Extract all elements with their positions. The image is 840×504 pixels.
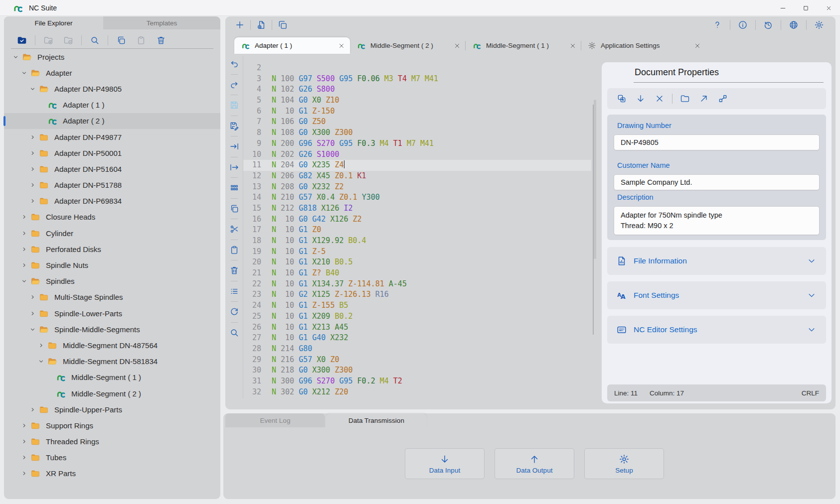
link-button[interactable] <box>713 92 732 106</box>
chevron-down-icon[interactable] <box>18 277 29 286</box>
code-line[interactable]: 14N 210 G57 X0.4 Z0.1 Y300 <box>243 192 591 203</box>
code-line[interactable]: 23N 10 G2 X125 Z-126.13 R16 <box>243 289 591 300</box>
code-line[interactable]: 11N 204 G0 X235 Z4 <box>243 160 591 171</box>
tree-item[interactable]: Support Rings <box>4 417 220 433</box>
delete-button[interactable] <box>151 33 171 47</box>
chevron-down-icon[interactable] <box>10 52 21 61</box>
open-document-button[interactable] <box>254 18 269 32</box>
editor-tab-adapter-1[interactable]: Adapter ( 1 ) <box>234 37 350 54</box>
tree-item[interactable]: Adapter DN-P51788 <box>4 177 220 193</box>
chevron-right-icon[interactable] <box>18 229 29 238</box>
tree-item[interactable]: Spindle-Middle-Segments <box>4 321 220 337</box>
code-line[interactable]: 28N 214 G80 <box>243 344 591 355</box>
redo-button[interactable] <box>229 79 240 90</box>
tree-item[interactable]: Spindle-Lower-Parts <box>4 305 220 321</box>
tree-item[interactable]: Cylinder <box>4 225 220 241</box>
apply-properties-button[interactable] <box>612 92 631 106</box>
save-as-button[interactable] <box>229 121 240 131</box>
tree-item[interactable]: Closure Heads <box>4 209 220 225</box>
jump-line-start-button[interactable] <box>229 162 240 173</box>
tree-item[interactable]: Middle-Segment ( 1 ) <box>4 370 220 385</box>
editor-scrollbar[interactable] <box>594 100 596 259</box>
tree-item[interactable]: Perforated Disks <box>4 241 220 257</box>
chevron-right-icon[interactable] <box>18 213 29 222</box>
save-all-button[interactable] <box>275 18 290 32</box>
code-line[interactable]: 3N 100 G97 S500 G95 F0.06 M3 T4 M7 M41 <box>243 74 591 85</box>
copy-button[interactable] <box>111 33 131 47</box>
chevron-down-icon[interactable] <box>35 357 46 366</box>
chevron-down-icon[interactable] <box>18 68 29 77</box>
code-line[interactable]: 12N 206 G82 X45 Z0.1 K1 <box>243 171 591 182</box>
code-line[interactable]: 22N 10 G1 X134.37 Z-114.81 A-45 <box>243 279 591 290</box>
close-icon[interactable] <box>338 42 345 49</box>
paste-button[interactable] <box>131 33 151 47</box>
code-line[interactable]: 26N 10 G1 X213 A45 <box>243 322 591 333</box>
history-button[interactable] <box>759 18 778 32</box>
chevron-right-icon[interactable] <box>18 245 29 253</box>
close-button[interactable] <box>817 0 840 16</box>
data-output-button[interactable]: Data Output <box>495 448 574 479</box>
export-button[interactable] <box>694 92 713 106</box>
code-line[interactable]: 19N 10 G1 Z-5 <box>243 247 591 257</box>
chevron-right-icon[interactable] <box>18 421 29 430</box>
clear-properties-button[interactable] <box>650 92 669 106</box>
tree-item[interactable]: Spindles <box>4 273 220 289</box>
section-file-information[interactable]: File Information <box>607 247 826 275</box>
editor-tab-middle-segment-1[interactable]: Middle-Segment ( 1 ) <box>466 37 581 54</box>
code-line[interactable]: 2 <box>243 63 591 74</box>
tree-item[interactable]: Adapter DN-P69834 <box>4 193 220 209</box>
open-folder-button[interactable] <box>675 92 694 106</box>
nc-code-editor[interactable]: 23N 100 G97 S500 G95 F0.06 M3 T4 M7 M414… <box>243 63 591 397</box>
code-line[interactable]: 21N 10 G1 Z? B40 <box>243 268 591 279</box>
tree-item[interactable]: Middle-Segment DN-487564 <box>4 337 220 353</box>
editor-tab-application-settings[interactable]: Application Settings <box>581 37 706 54</box>
description-field[interactable]: Adapter for 750Nm spindle type Thread: M… <box>614 206 820 235</box>
globe-button[interactable] <box>784 18 803 32</box>
tree-item[interactable]: Spindle Nuts <box>4 257 220 273</box>
undo-button[interactable] <box>229 58 240 69</box>
tab-data-transmission[interactable]: Data Transmission <box>326 413 427 427</box>
maximize-button[interactable] <box>794 0 817 16</box>
customer-name-field[interactable]: Sample Company Ltd. <box>614 174 820 190</box>
code-line[interactable]: 6N 10 G1 Z-150 <box>243 106 591 117</box>
chevron-right-icon[interactable] <box>27 405 38 414</box>
tree-item[interactable]: Middle-Segment ( 2 ) <box>4 385 220 401</box>
section-nc-editor-settings[interactable]: NC Editor Settings <box>607 316 826 344</box>
tab-event-log[interactable]: Event Log <box>225 413 325 427</box>
settings-button[interactable] <box>810 18 829 32</box>
code-line[interactable]: 31N 300 G96 S270 G95 F0.2 M4 T2 <box>243 376 591 387</box>
tree-item[interactable]: Spindle-Upper-Parts <box>4 401 220 417</box>
close-icon[interactable] <box>569 42 576 49</box>
delete-button[interactable] <box>229 265 240 276</box>
refresh-button[interactable] <box>229 306 240 317</box>
close-icon[interactable] <box>454 42 461 49</box>
code-line[interactable]: 9N 200 G96 S270 G95 F0.3 M4 T1 M7 M41 <box>243 138 591 149</box>
code-line[interactable]: 20N 10 G1 X210 B0.5 <box>243 257 591 268</box>
search-button[interactable] <box>85 33 105 47</box>
chevron-right-icon[interactable] <box>27 132 38 141</box>
chevron-right-icon[interactable] <box>27 164 38 173</box>
renumber-blocks-button[interactable] <box>229 182 240 193</box>
chevron-right-icon[interactable] <box>35 341 46 350</box>
save-button[interactable] <box>229 100 240 111</box>
chevron-down-icon[interactable] <box>27 325 38 334</box>
chevron-right-icon[interactable] <box>18 453 29 462</box>
search-button[interactable] <box>229 327 240 338</box>
chevron-right-icon[interactable] <box>18 437 29 446</box>
chevron-right-icon[interactable] <box>27 148 38 157</box>
tab-file-explorer[interactable]: File Explorer <box>4 16 103 29</box>
chevron-right-icon[interactable] <box>27 309 38 318</box>
tree-item[interactable]: Multi-Stage Spindles <box>4 289 220 305</box>
code-line[interactable]: 15N 212 G818 X126 I2 <box>243 203 591 214</box>
setup-button[interactable]: Setup <box>584 448 664 479</box>
tree-item[interactable]: XR Parts <box>4 466 220 482</box>
tree-item[interactable]: Adapter DN-P51604 <box>4 161 220 177</box>
chevron-down-icon[interactable] <box>27 84 38 93</box>
tree-item[interactable]: Projects <box>4 49 220 65</box>
code-line[interactable]: 10N 202 G26 S1000 <box>243 149 591 160</box>
tree-item[interactable]: Adapter ( 2 ) <box>4 113 220 129</box>
tree-item[interactable]: Adapter ( 1 ) <box>4 97 220 113</box>
drawing-number-field[interactable]: DN-P49805 <box>614 134 820 150</box>
chevron-right-icon[interactable] <box>18 469 29 478</box>
select-folder-button[interactable] <box>12 33 32 47</box>
